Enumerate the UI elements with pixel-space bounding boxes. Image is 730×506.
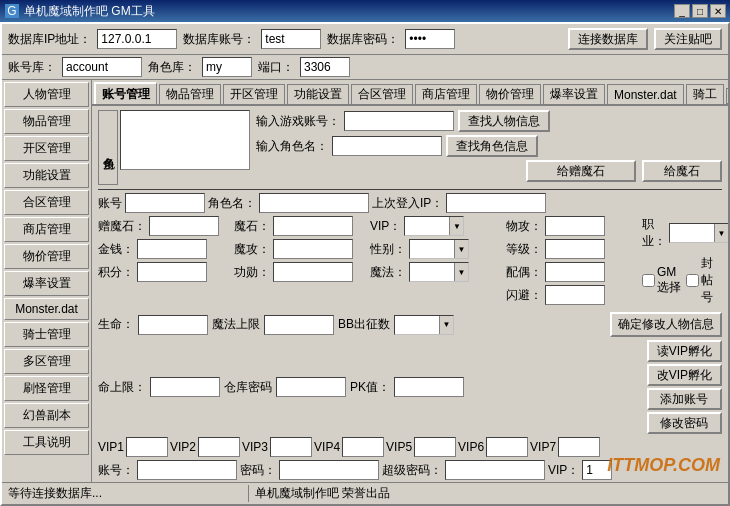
seal-label[interactable]: 封帖号 <box>686 255 722 306</box>
sidebar-item-item[interactable]: 物品管理 <box>4 109 89 134</box>
db-ip-input[interactable] <box>97 29 177 49</box>
minimize-button[interactable]: _ <box>674 4 690 18</box>
account-label: 账号库： <box>8 59 56 76</box>
port-input[interactable] <box>300 57 350 77</box>
vip-select[interactable]: 123456 <box>404 216 464 236</box>
separator-1 <box>98 189 722 190</box>
maximize-button[interactable]: □ <box>692 4 708 18</box>
vip3-input[interactable] <box>270 437 312 457</box>
gm-select-label[interactable]: GM选择 <box>642 265 683 296</box>
magic-stone-input[interactable] <box>273 216 353 236</box>
tab-monster[interactable]: Monster.dat <box>607 84 684 104</box>
read-vip-button[interactable]: 读VIP孵化 <box>647 340 722 362</box>
account-input[interactable] <box>62 57 142 77</box>
change-vip-button[interactable]: 改VIP孵化 <box>647 364 722 386</box>
sidebar-item-merge[interactable]: 合区管理 <box>4 190 89 215</box>
account-role-row: 账号 角色名： 上次登入IP： <box>98 193 722 213</box>
role-input[interactable] <box>202 57 252 77</box>
close-button[interactable]: ✕ <box>710 4 726 18</box>
vip2-label: VIP2 <box>170 440 196 454</box>
give-demon-stone-button[interactable]: 给魔石 <box>642 160 722 182</box>
gold-input[interactable] <box>137 239 207 259</box>
app-icon: G <box>4 3 20 19</box>
sidebar-item-shop[interactable]: 商店管理 <box>4 217 89 242</box>
sidebar-item-fantasy[interactable]: 幻兽副本 <box>4 403 89 428</box>
status-bar: 等待连接数据库... 单机魔域制作吧 荣誉出品 <box>2 482 728 504</box>
life-limit-input[interactable] <box>150 377 220 397</box>
tab-bar: 账号管理 物品管理 开区管理 功能设置 合区管理 商店管理 物价管理 爆率设置 … <box>92 80 728 106</box>
sidebar-item-spawn[interactable]: 刷怪管理 <box>4 376 89 401</box>
sidebar-item-help[interactable]: 工具说明 <box>4 430 89 455</box>
magic-attack-input[interactable] <box>273 239 353 259</box>
phy-attack-input[interactable] <box>545 216 605 236</box>
demon-stone-input[interactable] <box>149 216 219 236</box>
flash-input[interactable] <box>545 285 605 305</box>
merit-input[interactable] <box>273 262 353 282</box>
gift-demon-stone-button[interactable]: 给赠魔石 <box>526 160 636 182</box>
vip2-input[interactable] <box>198 437 240 457</box>
tab-function[interactable]: 功能设置 <box>287 84 349 104</box>
seal-checkbox[interactable] <box>686 274 699 287</box>
sidebar-item-price[interactable]: 物价管理 <box>4 244 89 269</box>
tab-knight[interactable]: 骑工 <box>686 84 724 104</box>
vip5-input[interactable] <box>414 437 456 457</box>
super-pwd-input[interactable] <box>445 460 545 480</box>
db-account-input[interactable] <box>261 29 321 49</box>
gm-select-checkbox[interactable] <box>642 274 655 287</box>
bottom-account-input[interactable] <box>137 460 237 480</box>
sidebar-item-monster[interactable]: Monster.dat <box>4 298 89 320</box>
tab-account[interactable]: 账号管理 <box>94 82 157 104</box>
tab-open[interactable]: 开区管理 <box>223 84 285 104</box>
change-pwd-button[interactable]: 修改密码 <box>647 412 722 434</box>
bb-select[interactable] <box>394 315 454 335</box>
db-password-input[interactable] <box>405 29 455 49</box>
find-role-button[interactable]: 查找角色信息 <box>446 135 538 157</box>
sidebar-item-drop[interactable]: 爆率设置 <box>4 271 89 296</box>
vip7-input[interactable] <box>558 437 600 457</box>
vip4-input[interactable] <box>342 437 384 457</box>
port-label: 端口： <box>258 59 294 76</box>
role-name-input[interactable] <box>259 193 369 213</box>
tab-drop[interactable]: 爆率设置 <box>543 84 605 104</box>
sidebar-item-multizone[interactable]: 多区管理 <box>4 349 89 374</box>
magic-select[interactable] <box>409 262 469 282</box>
multi-char-box[interactable] <box>120 110 250 170</box>
vip1-input[interactable] <box>126 437 168 457</box>
pk-value-input[interactable] <box>394 377 464 397</box>
magic-max-input[interactable] <box>264 315 334 335</box>
job-select[interactable]: 战士法师道士弓手 <box>669 223 728 243</box>
vip6-input[interactable] <box>486 437 528 457</box>
tab-merge[interactable]: 合区管理 <box>351 84 413 104</box>
phy-attack-label: 物攻： <box>506 218 542 235</box>
sidebar-item-function[interactable]: 功能设置 <box>4 163 89 188</box>
last-login-label: 上次登入IP： <box>372 195 443 212</box>
sidebar-item-knight[interactable]: 骑士管理 <box>4 322 89 347</box>
connect-db-button[interactable]: 连接数据库 <box>568 28 648 50</box>
warehouse-pwd-input[interactable] <box>276 377 346 397</box>
input-role-input[interactable] <box>332 136 442 156</box>
password-input[interactable] <box>279 460 379 480</box>
tab-price[interactable]: 物价管理 <box>479 84 541 104</box>
last-login-input[interactable] <box>446 193 546 213</box>
partner-input[interactable] <box>545 262 605 282</box>
sidebar-item-open[interactable]: 开区管理 <box>4 136 89 161</box>
level-input[interactable] <box>545 239 605 259</box>
confirm-modify-button[interactable]: 确定修改人物信息 <box>610 312 722 337</box>
life-input[interactable] <box>138 315 208 335</box>
account-field-input[interactable] <box>125 193 205 213</box>
tab-prev-button[interactable]: ◀ <box>726 88 728 104</box>
game-account-input[interactable] <box>344 111 454 131</box>
score-input[interactable] <box>137 262 207 282</box>
tab-item[interactable]: 物品管理 <box>159 84 221 104</box>
gm-select-text: GM选择 <box>657 265 683 296</box>
stone-btn-row: 给赠魔石 给魔石 <box>256 160 722 182</box>
attention-btn[interactable]: 关注贴吧 <box>654 28 722 50</box>
job-label: 职业： <box>642 216 666 250</box>
gender-select[interactable]: 男女 <box>409 239 469 259</box>
find-person-button[interactable]: 查找人物信息 <box>458 110 550 132</box>
add-account-button[interactable]: 添加账号 <box>647 388 722 410</box>
role-name-label: 角色名： <box>208 195 256 212</box>
vip-field-label: VIP： <box>370 218 401 235</box>
sidebar-item-person[interactable]: 人物管理 <box>4 82 89 107</box>
tab-shop[interactable]: 商店管理 <box>415 84 477 104</box>
